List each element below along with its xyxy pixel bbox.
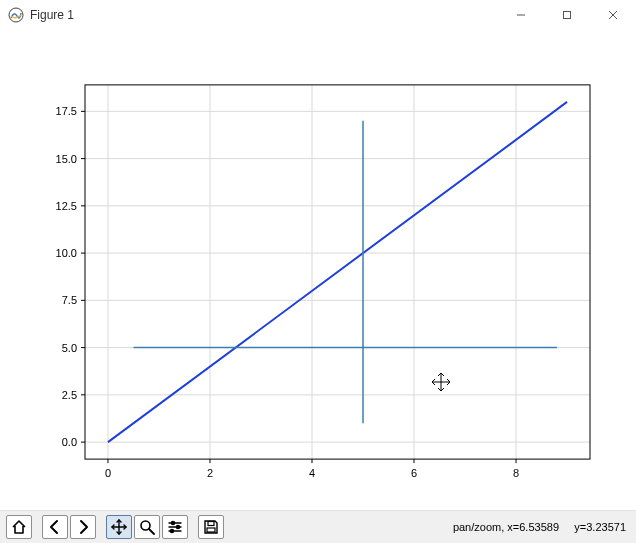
forward-button[interactable] — [70, 515, 96, 539]
svg-rect-2 — [564, 12, 571, 19]
close-button[interactable] — [590, 0, 636, 30]
save-button[interactable] — [198, 515, 224, 539]
minimize-button[interactable] — [498, 0, 544, 30]
maximize-button[interactable] — [544, 0, 590, 30]
svg-text:7.5: 7.5 — [62, 294, 77, 306]
svg-text:6: 6 — [411, 467, 417, 479]
figure-canvas[interactable]: 024680.02.55.07.510.012.515.017.5 — [0, 30, 636, 510]
svg-text:0: 0 — [105, 467, 111, 479]
svg-text:0.0: 0.0 — [62, 436, 77, 448]
coordinate-readout: pan/zoom, x=6.53589 y=3.23571 — [435, 509, 630, 543]
navigation-toolbar: pan/zoom, x=6.53589 y=3.23571 — [0, 510, 636, 543]
svg-text:4: 4 — [309, 467, 315, 479]
svg-point-50 — [171, 521, 174, 524]
svg-rect-55 — [208, 522, 214, 526]
axes: 024680.02.55.07.510.012.515.017.5 — [0, 30, 636, 510]
zoom-button[interactable] — [134, 515, 160, 539]
svg-point-54 — [170, 529, 173, 532]
svg-text:8: 8 — [513, 467, 519, 479]
coord-y: 3.23571 — [586, 521, 626, 533]
svg-text:10.0: 10.0 — [56, 247, 77, 259]
svg-text:17.5: 17.5 — [56, 105, 77, 117]
coord-x: 6.53589 — [519, 521, 559, 533]
status-mode: pan/zoom — [453, 521, 501, 533]
svg-text:12.5: 12.5 — [56, 200, 77, 212]
app-icon — [8, 7, 24, 23]
home-button[interactable] — [6, 515, 32, 539]
svg-text:15.0: 15.0 — [56, 153, 77, 165]
svg-line-48 — [149, 529, 154, 534]
svg-rect-56 — [207, 528, 215, 532]
back-button[interactable] — [42, 515, 68, 539]
titlebar: Figure 1 — [0, 0, 636, 30]
matplotlib-figure-window: Figure 1 024680.02.55.07.510.012.515.017… — [0, 0, 636, 543]
pan-button[interactable] — [106, 515, 132, 539]
svg-text:5.0: 5.0 — [62, 342, 77, 354]
svg-point-52 — [176, 525, 179, 528]
svg-text:2.5: 2.5 — [62, 389, 77, 401]
window-title: Figure 1 — [30, 8, 74, 22]
configure-subplots-button[interactable] — [162, 515, 188, 539]
svg-text:2: 2 — [207, 467, 213, 479]
